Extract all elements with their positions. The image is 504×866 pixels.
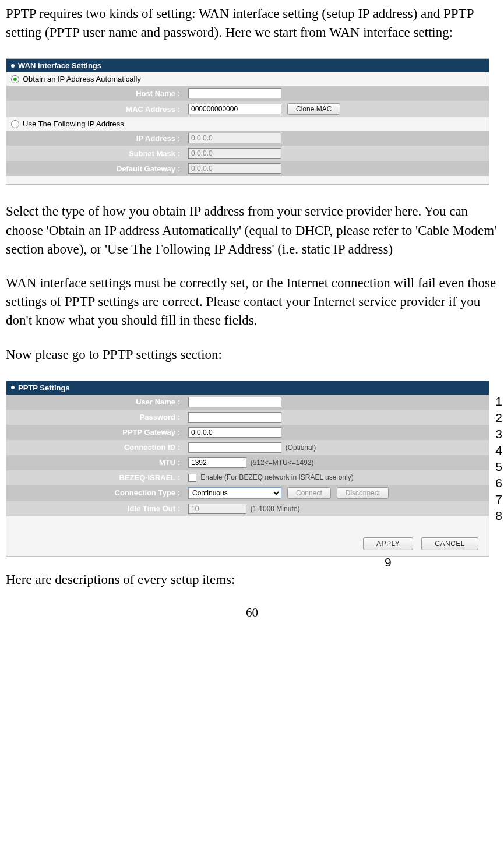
- default-gateway-input: [188, 163, 281, 174]
- connection-type-select[interactable]: Continuous: [188, 487, 281, 499]
- default-gateway-label: Default Gateway :: [6, 161, 185, 176]
- cancel-button[interactable]: CANCEL: [421, 537, 478, 550]
- radio-obtain-auto[interactable]: [11, 75, 19, 83]
- table-row: PPTP Gateway :: [6, 425, 489, 440]
- table-row: BEZEQ-ISRAEL : Enable (For BEZEQ network…: [6, 470, 489, 485]
- annotation-3: 3: [495, 427, 502, 441]
- subnet-mask-input: [188, 148, 281, 159]
- paragraph-2: Select the type of how you obtain IP add…: [6, 202, 498, 259]
- pptp-gateway-label: PPTP Gateway :: [6, 425, 185, 440]
- wan-form-table: Host Name : MAC Address : Clone MAC: [6, 86, 489, 117]
- wan-panel-title: WAN Interface Settings: [18, 61, 101, 70]
- password-label: Password :: [6, 410, 185, 425]
- table-row: Connection Type : Continuous Connect Dis…: [6, 485, 489, 501]
- connection-type-label: Connection Type :: [6, 485, 185, 501]
- table-row: MTU : (512<=MTU<=1492): [6, 455, 489, 470]
- bullet-icon: [11, 64, 15, 68]
- annotation-2: 2: [495, 411, 502, 425]
- connection-id-input[interactable]: [188, 442, 281, 453]
- mtu-note: (512<=MTU<=1492): [251, 459, 314, 467]
- page-number: 60: [6, 606, 498, 620]
- annotation-1: 1: [495, 395, 502, 409]
- host-name-label: Host Name :: [6, 86, 185, 101]
- table-row: Connection ID : (Optional): [6, 440, 489, 455]
- idle-timeout-note: (1-1000 Minute): [251, 505, 300, 513]
- paragraph-4: Now please go to PPTP settings section:: [6, 346, 498, 364]
- paragraph-5: Here are descriptions of every setup ite…: [6, 571, 498, 589]
- ip-address-label: IP Address :: [6, 131, 185, 146]
- pptp-panel-title: PPTP Settings: [18, 383, 70, 392]
- annotation-9: 9: [385, 555, 392, 569]
- idle-timeout-input: [188, 504, 246, 514]
- bezeq-enable-checkbox[interactable]: [188, 474, 196, 482]
- subnet-mask-label: Subnet Mask :: [6, 146, 185, 161]
- table-row: MAC Address : Clone MAC: [6, 101, 489, 117]
- disconnect-button: Disconnect: [337, 487, 389, 499]
- intro-paragraph-1: PPTP requires two kinds of setting: WAN …: [6, 5, 498, 42]
- user-name-input[interactable]: [188, 397, 281, 407]
- radio-obtain-auto-label: Obtain an IP Address Automatically: [23, 75, 141, 83]
- table-row: Idle Time Out : (1-1000 Minute): [6, 501, 489, 516]
- clone-mac-button[interactable]: Clone MAC: [287, 103, 340, 115]
- connect-button: Connect: [287, 487, 331, 499]
- annotation-5: 5: [495, 460, 502, 474]
- password-input[interactable]: [188, 412, 281, 423]
- mac-address-input[interactable]: [188, 104, 281, 114]
- connection-id-label: Connection ID :: [6, 440, 185, 455]
- mac-address-label: MAC Address :: [6, 101, 185, 117]
- host-name-input[interactable]: [188, 88, 281, 98]
- panel-footer-buttons: APPLY CANCEL: [6, 534, 489, 556]
- pptp-gateway-input[interactable]: [188, 427, 281, 438]
- radio-static-ip-row[interactable]: Use The Following IP Address: [6, 117, 489, 131]
- radio-obtain-auto-row[interactable]: Obtain an IP Address Automatically: [6, 72, 489, 86]
- radio-static-ip[interactable]: [11, 120, 19, 128]
- bezeq-note: Enable (For BEZEQ network in ISRAEL use …: [200, 473, 353, 481]
- table-row: Default Gateway :: [6, 161, 489, 176]
- pptp-panel-header: PPTP Settings: [6, 381, 489, 395]
- table-row: User Name :: [6, 395, 489, 410]
- idle-timeout-label: Idle Time Out :: [6, 501, 185, 516]
- annotation-6: 6: [495, 476, 502, 490]
- apply-button[interactable]: APPLY: [363, 537, 413, 550]
- wan-interface-panel: WAN Interface Settings Obtain an IP Addr…: [6, 58, 489, 185]
- pptp-form-table: User Name : Password : PPTP Gateway : Co…: [6, 395, 489, 516]
- annotation-4: 4: [495, 443, 502, 457]
- annotation-8: 8: [495, 509, 502, 523]
- radio-static-ip-label: Use The Following IP Address: [23, 119, 124, 128]
- wan-panel-header: WAN Interface Settings: [6, 59, 489, 72]
- paragraph-3: WAN interface settings must be correctly…: [6, 274, 498, 330]
- ip-address-input: [188, 133, 281, 143]
- user-name-label: User Name :: [6, 395, 185, 410]
- mtu-label: MTU :: [6, 455, 185, 470]
- mtu-input[interactable]: [188, 457, 246, 468]
- wan-static-table: IP Address : Subnet Mask : Default Gatew…: [6, 131, 489, 176]
- annotation-7: 7: [495, 492, 502, 506]
- table-row: Subnet Mask :: [6, 146, 489, 161]
- bullet-icon: [11, 386, 15, 389]
- table-row: Password :: [6, 410, 489, 425]
- table-row: IP Address :: [6, 131, 489, 146]
- bezeq-label: BEZEQ-ISRAEL :: [6, 470, 185, 485]
- pptp-settings-panel: PPTP Settings User Name : Password : PPT…: [6, 381, 489, 557]
- table-row: Host Name :: [6, 86, 489, 101]
- connection-id-note: (Optional): [286, 443, 316, 452]
